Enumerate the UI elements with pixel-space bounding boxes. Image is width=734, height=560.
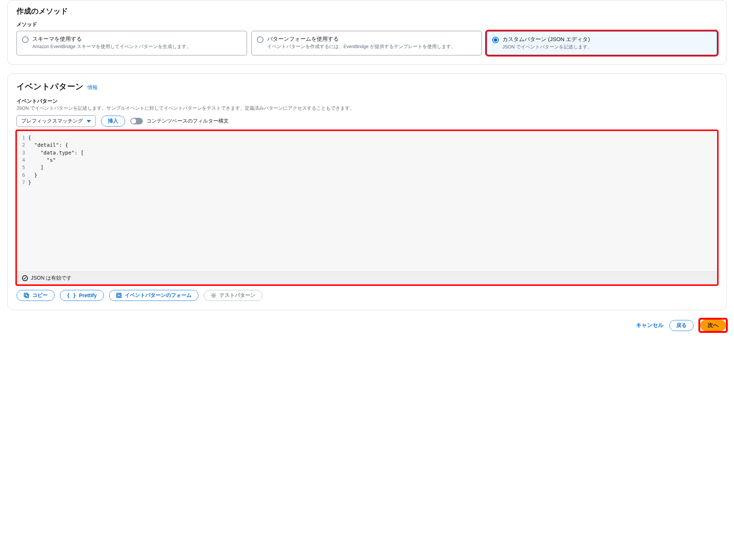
cancel-button[interactable]: キャンセル bbox=[636, 322, 664, 329]
gear-icon bbox=[211, 292, 217, 298]
check-circle-icon bbox=[22, 275, 28, 281]
json-valid-text: JSON は有効です bbox=[31, 275, 72, 281]
prettify-button[interactable]: { } Prettify bbox=[60, 290, 104, 301]
event-pattern-panel: イベントパターン 情報 イベントパターン JSON でイベントパターンを記述しま… bbox=[7, 73, 727, 310]
braces-icon: { } bbox=[67, 292, 76, 298]
next-button[interactable]: 次へ bbox=[700, 320, 726, 331]
method-radio-group: スキーマを使用する Amazon EventBridge スキーマを使用してイベ… bbox=[17, 31, 717, 55]
svg-rect-0 bbox=[25, 294, 29, 298]
method-option-desc: Amazon EventBridge スキーマを使用してイベントパターンを生成し… bbox=[32, 43, 191, 50]
form-icon bbox=[116, 292, 122, 298]
creation-method-panel: 作成のメソッド メソッド スキーマを使用する Amazon EventBridg… bbox=[7, 0, 727, 65]
copy-button[interactable]: コピー bbox=[17, 290, 55, 301]
line-number-gutter: 1234567 bbox=[17, 134, 28, 272]
json-editor[interactable]: 1234567 { "detail": { "data.type": [ "s"… bbox=[17, 131, 717, 285]
method-option-title: カスタムパターン (JSON エディタ) bbox=[502, 36, 592, 43]
method-option-desc: JSON でイベントパターンを記述します。 bbox=[502, 44, 592, 50]
svg-rect-2 bbox=[117, 293, 121, 298]
method-option-title: スキーマを使用する bbox=[32, 36, 191, 43]
back-button[interactable]: 戻る bbox=[669, 320, 694, 331]
chevron-down-icon bbox=[87, 120, 91, 123]
svg-point-4 bbox=[212, 295, 214, 297]
next-button-highlight: 次へ bbox=[700, 319, 727, 332]
method-option-title: パターンフォームを使用する bbox=[267, 36, 456, 43]
method-option-pattern-form[interactable]: パターンフォームを使用する イベントパターンを作成するには、EventBridg… bbox=[251, 31, 482, 55]
creation-method-title: 作成のメソッド bbox=[17, 6, 717, 16]
test-pattern-button[interactable]: テストパターン bbox=[204, 290, 262, 301]
svg-rect-3 bbox=[118, 294, 120, 297]
copy-icon bbox=[23, 292, 29, 298]
prefix-matching-dropdown[interactable]: プレフィックスマッチング bbox=[17, 115, 96, 127]
pattern-form-button[interactable]: イベントパターンのフォーム bbox=[109, 290, 199, 301]
method-label: メソッド bbox=[17, 21, 717, 28]
method-option-desc: イベントパターンを作成するには、EventBridge が提供するテンプレートを… bbox=[267, 43, 456, 50]
svg-rect-1 bbox=[24, 293, 28, 297]
radio-icon bbox=[257, 36, 264, 43]
method-option-custom-json[interactable]: カスタムパターン (JSON エディタ) JSON でイベントパターンを記述しま… bbox=[486, 31, 717, 55]
radio-icon bbox=[492, 37, 499, 43]
editor-actions-row: コピー { } Prettify イベントパターンのフォーム テストパターン bbox=[17, 290, 717, 301]
radio-icon bbox=[22, 36, 29, 43]
json-editor-content[interactable]: { "detail": { "data.type": [ "s" ] } } bbox=[28, 134, 84, 272]
info-link[interactable]: 情報 bbox=[87, 84, 98, 91]
dropdown-label: プレフィックスマッチング bbox=[21, 118, 83, 124]
wizard-footer: キャンセル 戻る 次へ bbox=[7, 319, 727, 332]
content-filter-toggle-label: コンテンツベースのフィルター構文 bbox=[146, 118, 229, 124]
method-option-schema[interactable]: スキーマを使用する Amazon EventBridge スキーマを使用してイベ… bbox=[17, 31, 247, 55]
event-pattern-field-desc: JSON でイベントパターンを記述します。サンプルイベントに対してイベントパター… bbox=[17, 105, 717, 112]
content-filter-toggle[interactable] bbox=[130, 118, 143, 124]
event-pattern-field-label: イベントパターン bbox=[17, 98, 717, 105]
pattern-toolbar: プレフィックスマッチング 挿入 コンテンツベースのフィルター構文 bbox=[17, 115, 717, 127]
json-valid-status: JSON は有効です bbox=[17, 272, 717, 284]
event-pattern-title: イベントパターン bbox=[17, 81, 84, 92]
insert-button[interactable]: 挿入 bbox=[101, 116, 125, 127]
